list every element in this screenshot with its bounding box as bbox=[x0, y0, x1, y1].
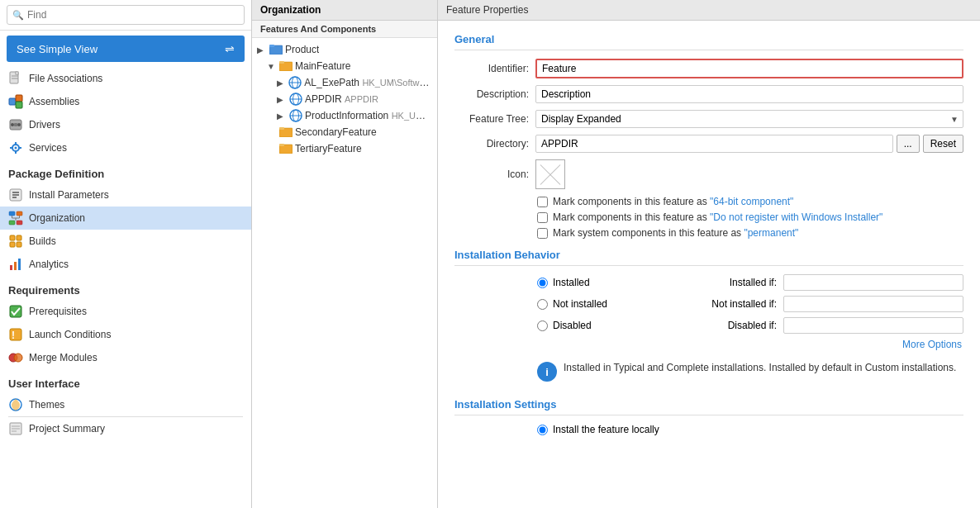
disabled-if-input[interactable] bbox=[783, 317, 963, 334]
sidebar-label-analytics: Analytics bbox=[29, 259, 69, 270]
sidebar-label-builds: Builds bbox=[29, 235, 56, 247]
radio-label-installed: Installed bbox=[553, 277, 590, 288]
general-section-title: General bbox=[454, 33, 963, 50]
directory-reset-button[interactable]: Reset bbox=[923, 135, 963, 153]
tree-label-main-feature: MainFeature bbox=[295, 60, 350, 72]
folder-icon-secondary bbox=[279, 126, 293, 139]
folder-icon-product bbox=[269, 43, 283, 56]
sidebar-label-launch-conditions: Launch Conditions bbox=[29, 329, 111, 340]
feature-tree-select[interactable]: Display Expanded Display Collapsed Hidde… bbox=[535, 110, 963, 128]
toggle-arrows-icon: ⇌ bbox=[225, 42, 235, 55]
svg-rect-61 bbox=[279, 127, 284, 130]
sidebar-label-drivers: Drivers bbox=[29, 119, 60, 131]
identifier-input[interactable] bbox=[535, 59, 963, 78]
sidebar-item-analytics[interactable]: Analytics bbox=[0, 253, 251, 276]
checkbox-64bit[interactable] bbox=[537, 197, 548, 207]
radio-install-locally[interactable] bbox=[537, 425, 548, 435]
svg-rect-22 bbox=[17, 211, 22, 216]
tree-item-appdir[interactable]: ▶ APPDIR APPDIR bbox=[252, 91, 437, 107]
svg-rect-63 bbox=[279, 144, 284, 146]
sidebar-item-themes[interactable]: Themes bbox=[0, 393, 251, 416]
tree-item-main-feature[interactable]: ▼ MainFeature bbox=[252, 58, 437, 74]
not-installed-if-input[interactable] bbox=[783, 296, 963, 312]
identifier-label: Identifier: bbox=[454, 63, 529, 74]
tree-item-product[interactable]: ▶ Product bbox=[252, 41, 437, 58]
icon-preview[interactable] bbox=[535, 159, 565, 189]
sidebar-label-install-params: Install Parameters bbox=[29, 189, 109, 201]
middle-panel-header: Organization bbox=[252, 0, 437, 21]
checkbox-permanent[interactable] bbox=[537, 228, 548, 239]
svg-rect-6 bbox=[16, 102, 22, 108]
sidebar-item-launch-conditions[interactable]: ! Launch Conditions bbox=[0, 323, 251, 346]
radio-not-installed[interactable] bbox=[537, 299, 548, 310]
radio-disabled-wrapper: Disabled bbox=[537, 320, 686, 331]
install-behavior-title: Installation Behavior bbox=[454, 249, 963, 266]
description-input[interactable] bbox=[535, 85, 963, 103]
middle-panel-subheader: Features And Components bbox=[252, 21, 437, 38]
link-no-register[interactable]: "Do not register with Windows Installer" bbox=[710, 211, 882, 223]
radio-installed-wrapper: Installed bbox=[537, 277, 686, 288]
installed-if-label: Installed if: bbox=[686, 277, 777, 288]
sidebar-item-drivers[interactable]: Drivers bbox=[0, 113, 251, 136]
installation-behavior-section: Installation Behavior Installed Installe… bbox=[454, 249, 963, 388]
globe-icon-prodinfo bbox=[289, 109, 302, 122]
link-permanent[interactable]: "permanent" bbox=[744, 227, 798, 239]
radio-not-installed-row: Not installed Not installed if: bbox=[537, 296, 963, 312]
installed-if-input[interactable] bbox=[783, 274, 963, 291]
sidebar-item-file-associations[interactable]: File Associations bbox=[0, 67, 251, 90]
info-icon: i bbox=[537, 362, 557, 382]
tree-item-product-info[interactable]: ▶ ProductInformation HK_UM\... bbox=[252, 107, 437, 124]
sidebar-item-builds[interactable]: Builds bbox=[0, 230, 251, 253]
sidebar-item-merge-modules[interactable]: Merge Modules bbox=[0, 346, 251, 369]
checkbox-no-register[interactable] bbox=[537, 212, 548, 223]
middle-panel: Organization Features And Components ▶ P… bbox=[252, 0, 438, 508]
file-assoc-icon bbox=[8, 71, 23, 86]
simple-view-label: See Simple View bbox=[17, 43, 98, 55]
sidebar-item-services[interactable]: Services bbox=[0, 136, 251, 159]
sidebar-label-themes: Themes bbox=[29, 399, 64, 411]
tree-label-al-exepath: AL_ExePath HK_UM\Software... bbox=[304, 77, 432, 88]
radio-label-disabled: Disabled bbox=[553, 320, 592, 331]
sidebar-item-organization[interactable]: Organization bbox=[0, 207, 251, 230]
simple-view-button[interactable]: See Simple View ⇌ bbox=[7, 36, 245, 62]
sidebar-label-prerequisites: Prerequisites bbox=[29, 306, 87, 317]
tree-item-tertiary-feature[interactable]: TertiaryFeature bbox=[252, 140, 437, 157]
checkbox-row-2: Mark components in this feature as "Do n… bbox=[537, 211, 963, 223]
search-input[interactable] bbox=[7, 5, 245, 25]
svg-point-9 bbox=[17, 123, 21, 126]
globe-icon-al bbox=[288, 76, 302, 89]
description-label: Description: bbox=[454, 88, 529, 100]
search-icon: 🔍 bbox=[12, 10, 24, 21]
nav-section-package: Install Parameters Organization Builds A… bbox=[0, 183, 251, 276]
sidebar-item-assemblies[interactable]: Assemblies bbox=[0, 90, 251, 113]
section-header-user-interface: User Interface bbox=[0, 369, 251, 393]
directory-input[interactable] bbox=[535, 135, 893, 153]
svg-rect-10 bbox=[14, 123, 17, 126]
icon-row: Icon: bbox=[454, 159, 963, 189]
organization-icon bbox=[8, 211, 23, 226]
tree-label-appdir: APPDIR APPDIR bbox=[305, 93, 378, 105]
sidebar-item-project-summary[interactable]: Project Summary bbox=[0, 417, 251, 440]
sidebar-label-file-associations: File Associations bbox=[29, 73, 102, 84]
nav-section-ui: Themes bbox=[0, 393, 251, 416]
sidebar-item-install-parameters[interactable]: Install Parameters bbox=[0, 183, 251, 207]
svg-point-12 bbox=[15, 147, 17, 150]
tree-item-al-exepath[interactable]: ▶ AL_ExePath HK_UM\Software... bbox=[252, 74, 437, 91]
svg-rect-35 bbox=[18, 259, 21, 270]
directory-browse-button[interactable]: ... bbox=[897, 135, 920, 153]
tree-item-secondary-feature[interactable]: SecondaryFeature bbox=[252, 124, 437, 140]
sidebar-item-prerequisites[interactable]: Prerequisites bbox=[0, 300, 251, 323]
svg-rect-31 bbox=[10, 242, 15, 247]
radio-disabled-row: Disabled Disabled if: bbox=[537, 317, 963, 334]
radio-installed[interactable] bbox=[537, 278, 548, 288]
folder-icon-main-feature bbox=[279, 59, 293, 73]
expand-arrow-prodinfo: ▶ bbox=[277, 112, 287, 121]
svg-rect-34 bbox=[14, 262, 17, 270]
radio-disabled[interactable] bbox=[537, 320, 548, 331]
svg-rect-24 bbox=[17, 221, 22, 225]
link-64bit[interactable]: "64-bit component" bbox=[710, 196, 793, 207]
more-options-link[interactable]: More Options bbox=[454, 339, 963, 350]
directory-row: Directory: ... Reset bbox=[454, 135, 963, 153]
description-row: Description: bbox=[454, 85, 963, 103]
svg-rect-29 bbox=[10, 235, 15, 240]
